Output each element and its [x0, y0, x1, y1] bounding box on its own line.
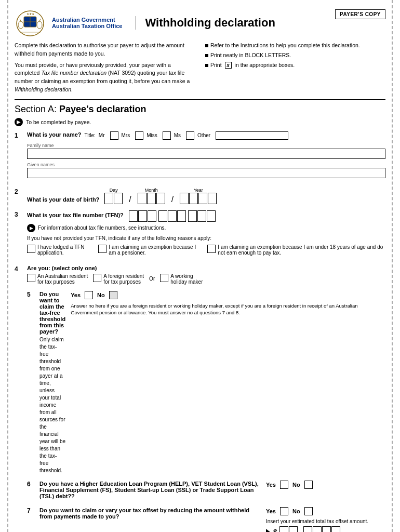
q6-yes-checkbox[interactable]: [280, 481, 288, 489]
dollar-d5[interactable]: [322, 526, 331, 533]
dollar-boxes-group2: [303, 526, 340, 533]
family-name-field[interactable]: [27, 149, 385, 159]
q3-opt3-checkbox[interactable]: [207, 245, 216, 253]
q7-yes-checkbox[interactable]: [280, 507, 288, 515]
month-digit3[interactable]: [156, 193, 165, 204]
given-names-field[interactable]: [27, 168, 385, 178]
question-6: 6 Do you have a Higher Education Loan Pr…: [15, 481, 385, 501]
coat-of-arms-logo: ★★★: [15, 9, 46, 36]
dollar-d2[interactable]: [289, 526, 298, 533]
tfn-d8[interactable]: [197, 210, 206, 222]
q3-opt2-checkbox[interactable]: [98, 245, 106, 253]
intro-right-item3: Print x in the appropriate boxes.: [205, 61, 385, 70]
year-digit1[interactable]: [180, 193, 189, 204]
q3-opt1-checkbox[interactable]: [27, 245, 35, 253]
tax-office-name: Australian Taxation Office: [52, 23, 123, 29]
mrs-label: Mrs: [122, 132, 130, 138]
dollar-sign: $: [273, 528, 277, 533]
q4-opt2: A foreign residentfor tax purposes: [93, 273, 144, 285]
year-boxes: [180, 193, 217, 204]
dollar-d1[interactable]: [279, 526, 288, 533]
or-label: Or: [149, 276, 155, 282]
tfn-group2: [158, 210, 186, 222]
tfn-d1[interactable]: [129, 210, 138, 222]
dob-day-group: Day: [104, 188, 123, 204]
day-digit1[interactable]: [104, 193, 113, 204]
q4-opt1-checkbox[interactable]: [27, 274, 35, 282]
year-label: Year: [194, 188, 203, 193]
other-field[interactable]: [216, 131, 288, 140]
intro-right: Refer to the Instructions to help you co…: [205, 42, 385, 94]
question-4: 4 Are you: (select only one) An Australi…: [15, 265, 385, 285]
year-digit3[interactable]: [198, 193, 207, 204]
q5-yn-row: Yes No: [71, 291, 385, 299]
dollar-d3[interactable]: [303, 526, 312, 533]
q4-opt1-label: An Australian residentfor tax purposes: [37, 273, 88, 285]
intro-right-item1: Refer to the Instructions to help you co…: [205, 42, 385, 50]
q2-label: What is your date of birth?: [27, 196, 99, 203]
q3-opt2-label: I am claiming an exemption because I am …: [109, 244, 199, 256]
q6-number: 6: [27, 481, 34, 501]
complete-note: ▶ To be completed by payee.: [15, 118, 385, 126]
tfn-d9[interactable]: [207, 210, 216, 222]
tfn-d3[interactable]: [148, 210, 156, 222]
q6-left: Do you have a Higher Education Loan Prog…: [39, 481, 261, 501]
q1-body: What is your name? Title: Mr Mrs Miss Ms…: [27, 131, 385, 181]
tfn-d6[interactable]: [177, 210, 186, 222]
dollar-d6[interactable]: [331, 526, 340, 533]
payer-copy-badge: PAYER'S COPY: [335, 9, 385, 19]
miss-checkbox[interactable]: [163, 131, 171, 140]
q6-no-checkbox[interactable]: [304, 481, 313, 489]
q6-label: Do you have a Higher Education Loan Prog…: [39, 481, 261, 499]
dob-year-group: Year: [180, 188, 217, 204]
q7-insert-label: Insert your estimated total tax offset a…: [266, 518, 385, 524]
intro-para1: Complete this declaration to authorise y…: [15, 42, 195, 58]
day-boxes: [104, 193, 123, 204]
month-digit1[interactable]: [138, 193, 146, 204]
q4-opt3: A workingholiday maker: [160, 273, 203, 285]
gov-name: Australian Government: [52, 17, 123, 23]
q4-number: 4: [15, 265, 22, 273]
q6-yes-label: Yes: [266, 482, 276, 488]
dollar-d4[interactable]: [313, 526, 322, 533]
intro-section: Complete this declaration to authorise y…: [15, 42, 385, 94]
day-digit2[interactable]: [114, 193, 123, 204]
ms-checkbox[interactable]: [186, 131, 194, 140]
mrs-checkbox[interactable]: [135, 131, 143, 140]
tfn-d2[interactable]: [138, 210, 147, 222]
year-digit4[interactable]: [208, 193, 217, 204]
q4-opt2-checkbox[interactable]: [93, 274, 101, 282]
info-arrow-icon: ▶: [27, 224, 35, 232]
tfn-d7[interactable]: [188, 210, 197, 222]
tfn-d5[interactable]: [168, 210, 177, 222]
q7-dollar-row: $ ,: [266, 526, 385, 533]
q7-no-checkbox[interactable]: [304, 507, 313, 515]
q3-opt1-label: I have lodged a TFN application.: [37, 244, 90, 256]
svg-text:★★★: ★★★: [26, 12, 34, 16]
year-digit2[interactable]: [189, 193, 198, 204]
q5-sublabel: Only claim the tax-free threshold from o…: [39, 336, 65, 474]
svg-line-7: [39, 19, 41, 21]
mr-checkbox[interactable]: [110, 131, 118, 140]
tfn-group1: [129, 210, 156, 222]
q5-side-note: Answer no here if you are a foreign resi…: [71, 302, 385, 316]
q4-opt3-checkbox[interactable]: [160, 274, 168, 282]
q5-no-checkbox[interactable]: [109, 291, 117, 299]
q7-number: 7: [27, 507, 34, 533]
q3-opt2: I am claiming an exemption because I am …: [98, 244, 199, 256]
q1-label: What is your name?: [27, 131, 82, 138]
q5-yes-checkbox[interactable]: [85, 291, 93, 299]
given-names-label: Given names: [27, 162, 385, 167]
question-1: 1 What is your name? Title: Mr Mrs Miss …: [15, 131, 385, 181]
q5-right: Yes No Answer no here if you are a forei…: [71, 291, 385, 474]
q1-name-row: What is your name? Title: Mr Mrs Miss Ms…: [27, 131, 385, 140]
q4-opt2-label: A foreign residentfor tax purposes: [103, 273, 144, 285]
month-digit2[interactable]: [147, 193, 156, 204]
title-label: Title:: [85, 132, 96, 138]
intro-right-item2: Print neatly in BLOCK LETTERS.: [205, 51, 385, 60]
q4-body: Are you: (select only one) An Australian…: [27, 265, 385, 285]
svg-point-6: [37, 21, 42, 29]
month-boxes: [138, 193, 165, 204]
q2-number: 2: [15, 188, 22, 195]
tfn-d4[interactable]: [158, 210, 167, 222]
